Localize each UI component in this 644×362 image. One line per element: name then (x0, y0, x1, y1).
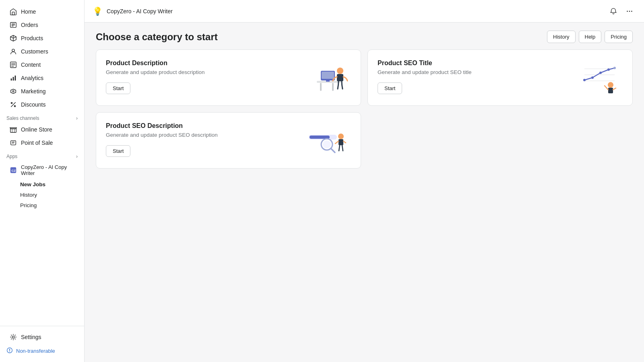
customers-icon (10, 48, 17, 55)
more-button[interactable] (623, 5, 636, 18)
card-product-seo-description-start[interactable]: Start (106, 145, 130, 157)
svg-point-29 (583, 79, 586, 81)
sidebar-item-discounts[interactable]: Discounts (3, 98, 81, 111)
sidebar-item-orders[interactable]: Orders (3, 19, 81, 31)
svg-line-42 (331, 148, 335, 152)
discounts-icon (10, 101, 17, 108)
main-header-actions: History Help Pricing (547, 31, 633, 43)
svg-text:CZ: CZ (12, 169, 16, 173)
non-transferable-icon (6, 347, 13, 355)
card-product-description-start[interactable]: Start (106, 82, 130, 94)
app-header: 💡 CopyZero - AI Copy Writer (85, 0, 644, 23)
sidebar-item-analytics[interactable]: Analytics (3, 72, 81, 84)
home-icon (10, 8, 17, 15)
analytics-icon (10, 74, 17, 82)
svg-line-36 (605, 86, 608, 90)
sidebar-sub-item-new-jobs-label: New Jobs (20, 181, 45, 187)
svg-rect-6 (15, 76, 16, 81)
svg-point-43 (338, 134, 344, 139)
svg-rect-25 (337, 74, 343, 81)
app-header-icon: 💡 (93, 6, 103, 16)
header-actions (607, 5, 636, 18)
sidebar-item-products[interactable]: Products (3, 32, 81, 45)
svg-rect-20 (332, 83, 334, 91)
svg-rect-5 (13, 77, 14, 80)
sidebar-sub-item-history-label: History (20, 192, 37, 198)
sidebar-item-pos[interactable]: Point of Sale (3, 136, 81, 149)
svg-line-48 (342, 145, 343, 151)
card-product-seo-title-illustration (574, 60, 623, 96)
sidebar-item-customers-label: Customers (21, 48, 48, 55)
sidebar-item-copyzero-label: CopyZero - AI Copy Writer (21, 164, 74, 176)
svg-point-13 (12, 336, 14, 338)
orders-icon (10, 21, 17, 29)
card-product-description-content: Product Description Generate and update … (106, 60, 296, 94)
sidebar-sub-item-pricing[interactable]: Pricing (3, 200, 81, 210)
sidebar-item-discounts-label: Discounts (21, 101, 45, 108)
sidebar-item-marketing[interactable]: Marketing (3, 85, 81, 98)
apps-arrow[interactable]: › (76, 154, 78, 159)
svg-rect-35 (608, 88, 613, 93)
card-product-seo-description-content: Product SEO Description Generate and upd… (106, 122, 296, 157)
card-product-seo-title-content: Product SEO Title Generate and update pr… (378, 60, 568, 94)
card-product-description-illustration (303, 60, 351, 96)
card-product-seo-title-start[interactable]: Start (378, 82, 402, 94)
sidebar-item-orders-label: Orders (21, 22, 38, 28)
svg-line-47 (339, 145, 340, 151)
sidebar-sub-item-new-jobs[interactable]: New Jobs (3, 179, 81, 189)
card-product-seo-title-desc: Generate and update product SEO title (378, 69, 568, 75)
store-icon (10, 126, 17, 133)
sidebar-item-online-store-label: Online Store (21, 126, 52, 133)
sidebar: Home Orders Products Customers Content (0, 0, 85, 362)
sidebar-item-customers[interactable]: Customers (3, 45, 81, 58)
svg-line-46 (343, 141, 346, 143)
svg-rect-22 (322, 72, 334, 79)
copyzero-icon: CZ (10, 167, 17, 174)
svg-line-45 (335, 141, 339, 144)
sales-channels-arrow[interactable]: › (76, 115, 78, 121)
sidebar-item-settings[interactable]: Settings (3, 331, 81, 343)
pricing-button[interactable]: Pricing (605, 31, 633, 43)
sidebar-item-home-label: Home (21, 8, 36, 15)
bell-button[interactable] (607, 5, 620, 18)
card-product-description: Product Description Generate and update … (96, 49, 361, 106)
sidebar-item-content[interactable]: Content (3, 58, 81, 71)
svg-rect-0 (12, 12, 14, 15)
card-product-seo-description: Product SEO Description Generate and upd… (96, 112, 361, 169)
svg-rect-23 (326, 80, 330, 82)
sidebar-item-marketing-label: Marketing (21, 88, 45, 95)
pos-icon (10, 139, 17, 146)
card-product-seo-description-illustration (303, 122, 351, 158)
svg-rect-10 (11, 141, 16, 145)
card-product-seo-title-title: Product SEO Title (378, 60, 568, 67)
svg-point-2 (12, 49, 14, 51)
sidebar-item-online-store[interactable]: Online Store (3, 123, 81, 136)
card-product-description-title: Product Description (106, 60, 296, 67)
sidebar-item-home[interactable]: Home (3, 5, 81, 18)
content-icon (10, 61, 17, 68)
sidebar-item-settings-label: Settings (21, 334, 41, 340)
svg-point-31 (599, 72, 602, 74)
card-product-seo-description-desc: Generate and update product SEO descript… (106, 132, 296, 138)
svg-point-7 (12, 90, 14, 92)
sales-channels-section: Sales channels › (0, 111, 84, 123)
non-transferable-item[interactable]: Non-transferable (0, 344, 84, 358)
svg-rect-4 (11, 78, 12, 80)
sidebar-item-copyzero[interactable]: CZ CopyZero - AI Copy Writer (3, 161, 81, 179)
app-header-title: CopyZero - AI Copy Writer (107, 8, 173, 14)
sidebar-item-content-label: Content (21, 62, 41, 68)
help-button[interactable]: Help (579, 31, 602, 43)
svg-rect-44 (339, 139, 343, 145)
sidebar-item-products-label: Products (21, 35, 43, 41)
card-product-seo-title: Product SEO Title Generate and update pr… (367, 49, 633, 106)
svg-point-32 (607, 68, 610, 71)
sidebar-sub-item-history[interactable]: History (3, 190, 81, 200)
products-icon (10, 35, 17, 42)
history-button[interactable]: History (547, 31, 575, 43)
sidebar-sub-item-pricing-label: Pricing (20, 202, 37, 208)
main-header: Choose a category to start History Help … (85, 23, 644, 49)
main-content: Choose a category to start History Help … (85, 23, 644, 362)
apps-section: Apps › (0, 150, 84, 161)
svg-point-17 (631, 10, 632, 12)
svg-point-33 (613, 67, 616, 69)
